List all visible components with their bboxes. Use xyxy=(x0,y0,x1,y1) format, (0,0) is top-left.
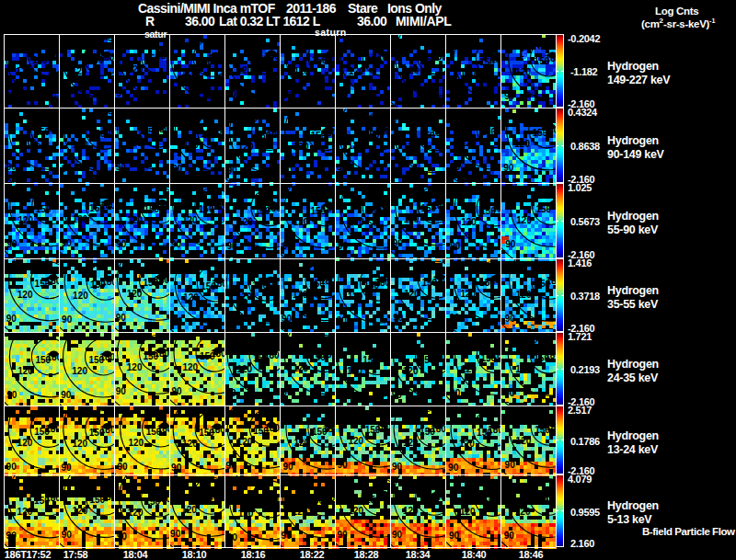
svg-text:150: 150 xyxy=(312,427,328,437)
svg-text:150: 150 xyxy=(144,127,159,137)
svg-text:150: 150 xyxy=(89,428,105,438)
svg-text:150: 150 xyxy=(310,206,326,216)
svg-text:120: 120 xyxy=(516,436,532,446)
svg-text:90: 90 xyxy=(392,166,403,176)
svg-text:90: 90 xyxy=(170,91,181,101)
svg-text:90: 90 xyxy=(450,92,461,102)
svg-text:90: 90 xyxy=(6,390,17,400)
svg-text:150: 150 xyxy=(480,206,496,216)
svg-text:90: 90 xyxy=(171,239,182,249)
svg-text:120: 120 xyxy=(73,140,88,150)
svg-text:150: 150 xyxy=(256,131,271,141)
svg-text:90: 90 xyxy=(226,388,237,398)
svg-text:150: 150 xyxy=(146,427,162,437)
svg-text:120: 120 xyxy=(348,291,363,302)
svg-text:120: 120 xyxy=(17,215,33,225)
svg-text:150: 150 xyxy=(420,54,436,64)
svg-text:120: 120 xyxy=(294,66,310,76)
svg-text:90: 90 xyxy=(172,386,183,396)
svg-text:120: 120 xyxy=(459,439,475,449)
svg-text:150: 150 xyxy=(479,57,495,67)
svg-text:90: 90 xyxy=(450,388,461,398)
svg-text:90: 90 xyxy=(503,163,514,173)
svg-text:150: 150 xyxy=(366,206,382,216)
svg-text:120: 120 xyxy=(403,438,419,448)
svg-text:90: 90 xyxy=(117,462,128,472)
svg-text:90: 90 xyxy=(505,314,516,324)
svg-text:120: 120 xyxy=(73,214,88,224)
svg-text:120: 120 xyxy=(127,138,143,148)
svg-text:150: 150 xyxy=(420,355,435,365)
svg-text:90: 90 xyxy=(62,314,73,325)
svg-text:120: 120 xyxy=(293,290,308,300)
svg-text:90: 90 xyxy=(116,313,127,323)
svg-text:150: 150 xyxy=(199,428,214,438)
svg-text:90: 90 xyxy=(227,241,238,251)
svg-text:120: 120 xyxy=(127,289,143,299)
svg-text:90: 90 xyxy=(116,162,127,172)
svg-text:120: 120 xyxy=(349,66,364,76)
svg-text:150: 150 xyxy=(255,206,270,216)
svg-text:90: 90 xyxy=(504,531,515,541)
svg-text:120: 120 xyxy=(182,215,198,225)
svg-text:120: 120 xyxy=(181,67,197,77)
svg-text:120: 120 xyxy=(516,290,532,300)
svg-text:120: 120 xyxy=(404,289,420,299)
svg-text:150: 150 xyxy=(200,351,215,361)
svg-text:150: 150 xyxy=(252,280,268,291)
svg-text:90: 90 xyxy=(117,88,128,98)
svg-text:150: 150 xyxy=(144,53,160,63)
svg-text:120: 120 xyxy=(461,68,477,78)
svg-text:120: 120 xyxy=(515,67,531,77)
svg-text:120: 120 xyxy=(73,291,88,301)
svg-text:90: 90 xyxy=(392,390,403,400)
svg-text:90: 90 xyxy=(61,463,72,473)
svg-text:120: 120 xyxy=(182,439,198,449)
svg-text:150: 150 xyxy=(35,355,51,365)
svg-text:90: 90 xyxy=(337,460,348,470)
svg-text:120: 120 xyxy=(128,508,144,518)
svg-text:120: 120 xyxy=(127,215,143,225)
svg-text:120: 120 xyxy=(236,291,252,302)
svg-text:120: 120 xyxy=(183,292,199,303)
svg-text:90: 90 xyxy=(448,463,459,473)
svg-text:120: 120 xyxy=(73,506,88,516)
svg-text:120: 120 xyxy=(515,507,531,517)
svg-text:90: 90 xyxy=(61,390,72,400)
svg-text:90: 90 xyxy=(337,165,348,175)
svg-text:150: 150 xyxy=(253,353,269,363)
svg-text:120: 120 xyxy=(349,506,364,516)
svg-text:120: 120 xyxy=(293,142,309,152)
svg-text:120: 120 xyxy=(293,363,309,373)
svg-text:150: 150 xyxy=(364,280,380,291)
svg-text:120: 120 xyxy=(404,65,420,75)
svg-text:90: 90 xyxy=(283,90,294,100)
svg-text:120: 120 xyxy=(404,214,420,224)
svg-text:150: 150 xyxy=(34,496,50,506)
svg-text:150: 150 xyxy=(365,425,381,435)
svg-text:120: 120 xyxy=(17,438,33,448)
svg-text:90: 90 xyxy=(504,91,515,101)
svg-text:90: 90 xyxy=(227,532,238,543)
svg-text:150: 150 xyxy=(201,129,216,139)
svg-text:150: 150 xyxy=(420,203,436,213)
svg-text:150: 150 xyxy=(197,56,213,66)
svg-text:120: 120 xyxy=(17,66,32,76)
svg-text:120: 120 xyxy=(461,217,477,227)
svg-text:150: 150 xyxy=(310,352,326,362)
svg-text:120: 120 xyxy=(461,138,477,148)
svg-text:120: 120 xyxy=(238,217,254,227)
svg-text:150: 150 xyxy=(365,495,381,505)
svg-text:120: 120 xyxy=(183,140,199,150)
svg-text:90: 90 xyxy=(282,462,293,472)
svg-text:120: 120 xyxy=(237,364,253,374)
svg-text:120: 120 xyxy=(128,64,144,74)
svg-text:150: 150 xyxy=(421,278,437,288)
svg-text:150: 150 xyxy=(364,130,380,140)
svg-text:150: 150 xyxy=(535,425,550,435)
svg-text:90: 90 xyxy=(282,387,293,397)
svg-text:150: 150 xyxy=(197,494,213,504)
svg-text:150: 150 xyxy=(89,203,105,213)
svg-text:90: 90 xyxy=(116,386,127,396)
svg-text:90: 90 xyxy=(226,89,237,99)
